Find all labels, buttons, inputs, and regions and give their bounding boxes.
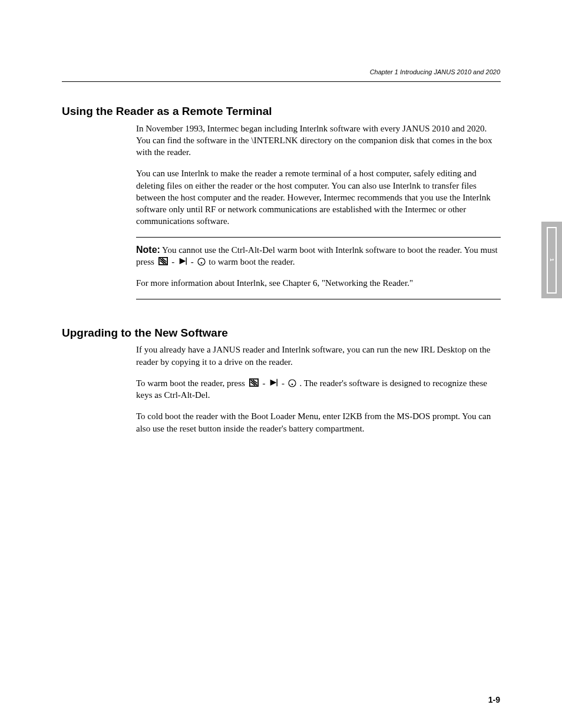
svg-point-1	[198, 258, 205, 265]
page-header: Chapter 1 Introducing JANUS 2010 and 202…	[370, 66, 500, 77]
paragraph: To cold boot the reader with the Boot Lo…	[136, 410, 501, 434]
alt-key-icon	[178, 256, 187, 266]
ctrl-key-icon	[158, 256, 168, 266]
chapter-tab-number: 1	[549, 258, 555, 262]
note-rule-bottom	[136, 299, 501, 299]
content-area: Using the Reader as a Remote Terminal In…	[62, 94, 501, 444]
period-key-icon	[197, 258, 206, 266]
svg-point-4	[289, 380, 296, 387]
section-heading-using-reader: Using the Reader as a Remote Terminal	[62, 104, 501, 119]
note-label: Note:	[136, 245, 160, 255]
svg-point-5	[291, 384, 293, 386]
chapter-tab: 1	[541, 222, 562, 298]
key-sep: -	[191, 257, 194, 266]
header-rule	[62, 81, 501, 82]
upgrading-text-a: To warm boot the reader, press	[136, 378, 247, 388]
alt-key-icon	[269, 378, 278, 387]
paragraph-warmboot: To warm boot the reader, press - - . The…	[136, 377, 501, 401]
period-key-icon	[288, 379, 296, 387]
paragraph: You can use Interlnk to make the reader …	[136, 167, 501, 227]
paragraph: If you already have a JANUS reader and I…	[136, 344, 501, 368]
note-rule-top	[136, 237, 501, 238]
section-body-upgrading: If you already have a JANUS reader and I…	[136, 344, 501, 434]
section-heading-upgrading: Upgrading to the New Software	[62, 325, 501, 341]
key-sep: -	[282, 378, 285, 388]
page: 1 Chapter 1 Introducing JANUS 2010 and 2…	[0, 0, 562, 728]
note-paragraph-2: For more information about Interlnk, see…	[136, 277, 501, 289]
paragraph: In November 1993, Intermec began includi…	[136, 123, 501, 159]
note-block: Note: You cannot use the Ctrl-Alt-Del wa…	[136, 243, 501, 289]
svg-point-2	[200, 262, 202, 264]
section-body-using-reader: In November 1993, Intermec began includi…	[136, 123, 501, 228]
note-text-2: to warm boot the reader.	[209, 257, 295, 266]
header-title: Chapter 1 Introducing JANUS 2010 and 202…	[370, 68, 500, 75]
note-paragraph: Note: You cannot use the Ctrl-Alt-Del wa…	[136, 243, 501, 268]
key-sep: -	[171, 257, 174, 266]
key-sep: -	[262, 378, 265, 388]
page-number: 1-9	[488, 695, 500, 704]
ctrl-key-icon	[249, 378, 259, 387]
